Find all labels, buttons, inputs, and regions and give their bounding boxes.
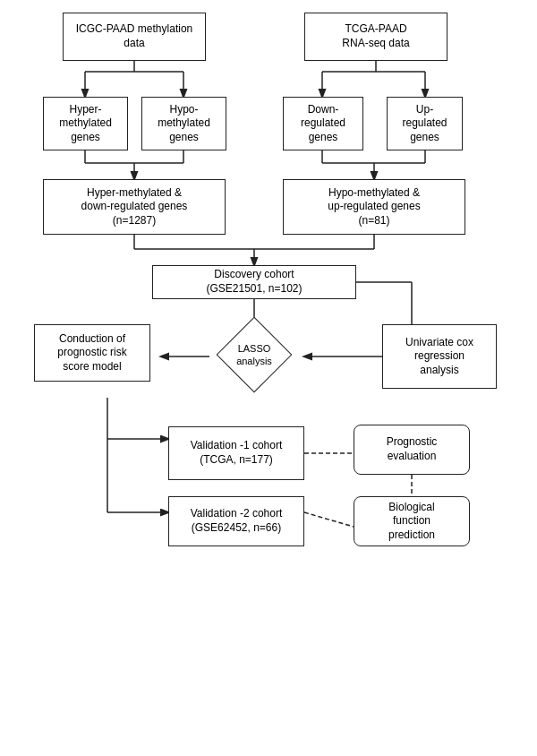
hypo-up-label: Hypo-methylated &up-regulated genes(n=81… — [328, 186, 420, 228]
discovery-label: Discovery cohort(GSE21501, n=102) — [206, 268, 302, 296]
up-box: Up-regulatedgenes — [387, 97, 463, 150]
biological-label: Biologicalfunctionprediction — [388, 501, 435, 543]
conduction-box: Conduction ofprognostic riskscore model — [34, 324, 150, 382]
hypo-up-box: Hypo-methylated &up-regulated genes(n=81… — [283, 179, 465, 235]
tcga-label: TCGA-PAADRNA-seq data — [342, 22, 409, 50]
icgc-box: ICGC-PAAD methylation data — [63, 13, 206, 61]
val1-label: Validation -1 cohort(TCGA, n=177) — [191, 439, 283, 467]
val1-box: Validation -1 cohort(TCGA, n=177) — [168, 426, 304, 480]
down-label: Down-regulatedgenes — [301, 103, 345, 145]
univariate-box: Univariate coxregressionanalysis — [382, 324, 497, 389]
hyper-down-box: Hyper-methylated &down-regulated genes(n… — [43, 179, 226, 235]
prognostic-box: Prognosticevaluation — [354, 425, 470, 475]
prognostic-label: Prognosticevaluation — [387, 435, 438, 463]
val2-label: Validation -2 cohort(GSE62452, n=66) — [191, 507, 283, 535]
univariate-label: Univariate coxregressionanalysis — [405, 336, 473, 378]
conduction-label: Conduction ofprognostic riskscore model — [57, 332, 126, 374]
discovery-box: Discovery cohort(GSE21501, n=102) — [152, 265, 356, 299]
hypo-box: Hypo-methylatedgenes — [141, 97, 226, 150]
svg-line-32 — [304, 512, 354, 527]
down-box: Down-regulatedgenes — [283, 97, 363, 150]
hypo-label: Hypo-methylatedgenes — [158, 103, 210, 145]
val2-box: Validation -2 cohort(GSE62452, n=66) — [168, 496, 304, 546]
hyper-down-label: Hyper-methylated &down-regulated genes(n… — [81, 186, 188, 228]
hyper-label: Hyper-methylatedgenes — [59, 103, 112, 145]
hyper-box: Hyper-methylatedgenes — [43, 97, 128, 150]
flowchart: ICGC-PAAD methylation data TCGA-PAADRNA-… — [0, 0, 537, 756]
up-label: Up-regulatedgenes — [402, 103, 447, 145]
tcga-box: TCGA-PAADRNA-seq data — [304, 13, 448, 61]
icgc-label: ICGC-PAAD methylation data — [69, 22, 200, 50]
biological-box: Biologicalfunctionprediction — [354, 496, 470, 546]
